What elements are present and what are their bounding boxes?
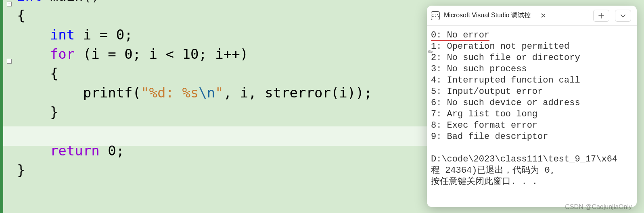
console-line: 5: Input/output error (431, 86, 635, 97)
console-line: 0: No error (431, 30, 635, 41)
console-line: 2: No such file or directory (431, 52, 635, 64)
console-window: C:\ Microsoft Visual Studio 调试控 ✕ 0: No … (427, 6, 637, 207)
console-line: 7: Arg list too long (431, 109, 635, 120)
console-line: 程 24364)已退出，代码为 0。 (431, 165, 635, 176)
code-editor[interactable]: − − int main(){ int i = 0; for (i = 0; i… (0, 0, 427, 213)
fold-icon[interactable]: − (7, 2, 12, 6)
console-line: 3: No such process (431, 64, 635, 75)
close-icon[interactable]: ✕ (540, 11, 546, 20)
console-output[interactable]: 0: No error1: Operation not permitted2: … (427, 26, 637, 205)
console-line: 8: Exec format error (431, 120, 635, 131)
terminal-icon: C:\ (431, 11, 440, 20)
console-line: 1: Operation not permitted (431, 41, 635, 52)
console-line: 4: Interrupted function call (431, 75, 635, 86)
console-line: D:\code\2023\class111\test_9_17\x64 (431, 154, 635, 165)
console-line: 按任意键关闭此窗口. . . (431, 176, 635, 188)
console-line (431, 143, 635, 154)
editor-gutter: − − (3, 0, 15, 213)
console-tab[interactable]: C:\ Microsoft Visual Studio 调试控 ✕ (427, 6, 588, 25)
watermark: CSDN @CaojunjiaOnly (565, 203, 632, 211)
fold-icon[interactable]: − (7, 59, 12, 64)
console-line: 6: No such device or address (431, 97, 635, 109)
titlebar-actions (588, 10, 637, 22)
titlebar: C:\ Microsoft Visual Studio 调试控 ✕ (427, 6, 637, 26)
code-body[interactable]: int main(){ int i = 0; for (i = 0; i < 1… (15, 0, 376, 213)
tab-title: Microsoft Visual Studio 调试控 (444, 11, 531, 20)
dropdown-button[interactable] (615, 10, 631, 22)
new-tab-button[interactable] (593, 10, 609, 22)
console-line: 9: Bad file descriptor (431, 131, 635, 143)
